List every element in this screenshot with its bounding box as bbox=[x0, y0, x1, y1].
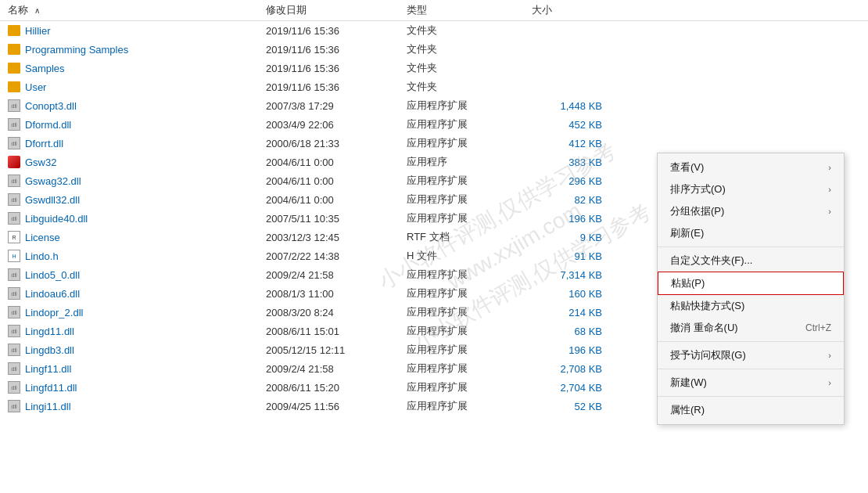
file-name-text: Dforrt.dll bbox=[25, 138, 63, 149]
file-name-text: Libguide40.dll bbox=[25, 213, 88, 225]
context-menu-item[interactable]: 新建(W)› bbox=[658, 372, 844, 394]
file-type-cell: 文件夹 bbox=[407, 80, 532, 94]
context-menu-item[interactable]: 分组依据(P)› bbox=[658, 200, 844, 222]
file-size-cell: 383 KB bbox=[532, 157, 610, 168]
file-date-cell: 2008/6/11 15:01 bbox=[266, 326, 407, 337]
file-size-cell: 214 KB bbox=[532, 307, 610, 318]
file-name-text: Lingf11.dll bbox=[25, 363, 71, 375]
file-name-cell: dll Lindopr_2.dll bbox=[8, 306, 266, 318]
table-row[interactable]: Hillier 2019/11/6 15:36 文件夹 bbox=[0, 21, 868, 40]
context-menu-separator bbox=[658, 396, 844, 397]
file-type-cell: 应用程序扩展 bbox=[407, 324, 532, 338]
dll-icon: dll bbox=[8, 118, 20, 131]
file-type-cell: 应用程序扩展 bbox=[407, 305, 532, 319]
file-name-text: Conopt3.dll bbox=[25, 100, 77, 112]
file-date-cell: 2004/6/11 0:00 bbox=[266, 175, 407, 187]
file-name-text: Hillier bbox=[25, 25, 51, 37]
file-name-text: Gswag32.dll bbox=[25, 175, 81, 187]
file-date-cell: 2008/3/20 8:24 bbox=[266, 307, 407, 318]
context-menu-item-label: 刷新(E) bbox=[670, 226, 704, 240]
file-name-cell: dll Gswag32.dll bbox=[8, 175, 266, 187]
header-type[interactable]: 类型 bbox=[407, 3, 532, 17]
context-menu-item[interactable]: 自定义文件夹(F)... bbox=[658, 250, 844, 272]
file-size-cell: 296 KB bbox=[532, 175, 610, 187]
context-menu-item-label: 新建(W) bbox=[670, 376, 707, 390]
file-name-cell: Programming Samples bbox=[8, 44, 266, 56]
header-date[interactable]: 修改日期 bbox=[266, 3, 407, 17]
file-type-cell: 应用程序扩展 bbox=[407, 399, 532, 413]
file-size-cell: 160 KB bbox=[532, 288, 610, 300]
dll-icon: dll bbox=[8, 381, 20, 394]
file-type-cell: 应用程序扩展 bbox=[407, 193, 532, 207]
context-menu-item-label: 粘贴(P) bbox=[671, 276, 705, 290]
file-name-cell: dll Lingfd11.dll bbox=[8, 381, 266, 394]
context-menu-item-label: 分组依据(P) bbox=[670, 204, 724, 218]
table-row[interactable]: dll Dforrt.dll 2000/6/18 21:33 应用程序扩展 41… bbox=[0, 134, 868, 153]
exe-icon bbox=[8, 156, 20, 168]
context-menu-item[interactable]: 排序方式(O)› bbox=[658, 178, 844, 200]
context-menu-item[interactable]: 刷新(E) bbox=[658, 222, 844, 244]
context-menu-item[interactable]: 查看(V)› bbox=[658, 157, 844, 178]
file-name-text: Lingi11.dll bbox=[25, 401, 71, 412]
file-type-cell: 应用程序扩展 bbox=[407, 117, 532, 131]
file-type-cell: 文件夹 bbox=[407, 61, 532, 75]
dll-icon: dll bbox=[8, 99, 20, 112]
dll-icon: dll bbox=[8, 325, 20, 337]
file-size-cell: 452 KB bbox=[532, 119, 610, 131]
folder-icon bbox=[8, 63, 20, 74]
table-row[interactable]: User 2019/11/6 15:36 文件夹 bbox=[0, 77, 868, 96]
file-date-cell: 2000/6/18 21:33 bbox=[266, 138, 407, 149]
context-menu-item[interactable]: 粘贴快捷方式(S) bbox=[658, 295, 844, 317]
context-menu-item-label: 属性(R) bbox=[670, 403, 705, 417]
file-name-text: Lindoau6.dll bbox=[25, 288, 80, 300]
file-name-text: Programming Samples bbox=[25, 44, 128, 56]
submenu-arrow-icon: › bbox=[828, 185, 831, 194]
header-name[interactable]: 名称 ∧ bbox=[8, 3, 266, 17]
dll-icon: dll bbox=[8, 212, 20, 225]
context-menu-separator bbox=[658, 341, 844, 342]
file-date-cell: 2009/2/4 21:58 bbox=[266, 269, 407, 281]
table-row[interactable]: Samples 2019/11/6 15:36 文件夹 bbox=[0, 59, 868, 77]
file-size-cell: 196 KB bbox=[532, 344, 610, 356]
file-name-text: Dformd.dll bbox=[25, 119, 71, 131]
file-type-cell: 应用程序扩展 bbox=[407, 362, 532, 376]
context-menu-item[interactable]: 属性(R) bbox=[658, 399, 844, 421]
file-name-text: Lingd11.dll bbox=[25, 326, 74, 337]
file-type-cell: RTF 文档 bbox=[407, 230, 532, 244]
context-menu-item[interactable]: 授予访问权限(G)› bbox=[658, 344, 844, 366]
context-menu-item[interactable]: 粘贴(P) bbox=[658, 272, 844, 295]
context-menu: 查看(V)›排序方式(O)›分组依据(P)›刷新(E)自定义文件夹(F)...粘… bbox=[657, 153, 845, 425]
file-size-cell: 1,448 KB bbox=[532, 100, 610, 112]
context-menu-separator bbox=[658, 246, 844, 247]
file-type-cell: 应用程序扩展 bbox=[407, 136, 532, 150]
dll-icon: dll bbox=[8, 362, 20, 375]
table-row[interactable]: Programming Samples 2019/11/6 15:36 文件夹 bbox=[0, 40, 868, 59]
file-name-text: Lingfd11.dll bbox=[25, 382, 77, 394]
file-type-cell: 应用程序扩展 bbox=[407, 211, 532, 225]
context-menu-item-label: 排序方式(O) bbox=[670, 182, 726, 196]
file-name-cell: dll Lingd11.dll bbox=[8, 325, 266, 337]
dll-icon: dll bbox=[8, 306, 20, 318]
file-name-cell: dll Lingdb3.dll bbox=[8, 344, 266, 356]
h-icon: H bbox=[8, 250, 20, 262]
submenu-arrow-icon: › bbox=[828, 351, 831, 360]
file-size-cell: 196 KB bbox=[532, 213, 610, 225]
sort-arrow: ∧ bbox=[34, 6, 40, 15]
dll-icon: dll bbox=[8, 400, 20, 412]
file-name-cell: dll Conopt3.dll bbox=[8, 99, 266, 112]
context-menu-item[interactable]: 撤消 重命名(U)Ctrl+Z bbox=[658, 317, 844, 339]
file-date-cell: 2007/2/22 14:38 bbox=[266, 250, 407, 262]
file-date-cell: 2008/6/11 15:20 bbox=[266, 382, 407, 394]
submenu-arrow-icon: › bbox=[828, 207, 831, 216]
file-date-cell: 2019/11/6 15:36 bbox=[266, 44, 407, 56]
table-row[interactable]: dll Dformd.dll 2003/4/9 22:06 应用程序扩展 452… bbox=[0, 115, 868, 134]
file-name-text: Lindo5_0.dll bbox=[25, 269, 80, 281]
submenu-arrow-icon: › bbox=[828, 163, 831, 172]
context-menu-separator bbox=[658, 369, 844, 369]
file-size-cell: 9 KB bbox=[532, 232, 610, 243]
file-type-cell: 文件夹 bbox=[407, 42, 532, 56]
header-size[interactable]: 大小 bbox=[532, 3, 610, 17]
folder-icon bbox=[8, 44, 20, 55]
table-row[interactable]: dll Conopt3.dll 2007/3/8 17:29 应用程序扩展 1,… bbox=[0, 96, 868, 115]
dll-icon: dll bbox=[8, 344, 20, 356]
